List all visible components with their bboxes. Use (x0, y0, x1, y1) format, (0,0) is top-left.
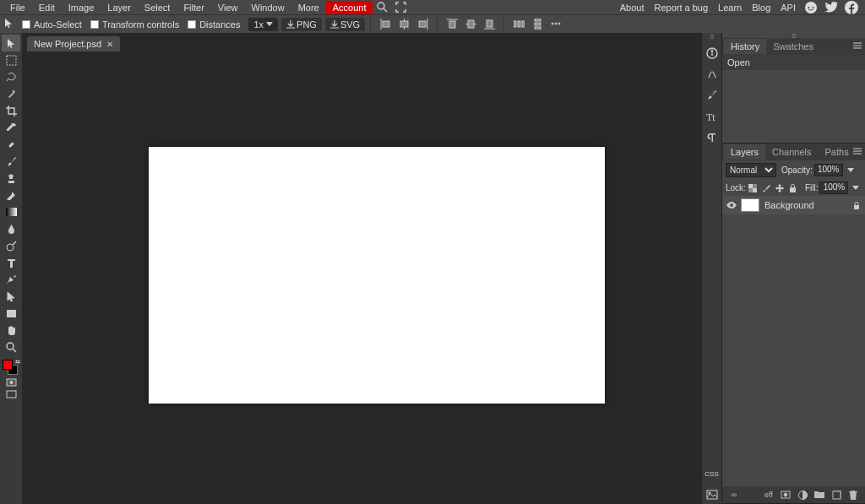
distances-checkbox[interactable]: Distances (188, 19, 240, 30)
layers-tab[interactable]: Layers (724, 144, 765, 160)
menu-account[interactable]: Account (326, 1, 373, 14)
blur-tool[interactable] (2, 220, 20, 237)
search-icon[interactable] (374, 1, 389, 14)
hand-tool[interactable] (2, 322, 20, 339)
pen-tool[interactable] (2, 271, 20, 288)
history-item-open[interactable]: Open (722, 55, 865, 70)
facebook-icon[interactable] (844, 0, 859, 15)
effects-link[interactable]: eff (762, 489, 775, 501)
fill-input[interactable]: 100% (819, 182, 848, 194)
swap-colors-icon[interactable]: ⇆ (15, 359, 20, 366)
dodge-tool[interactable] (2, 237, 20, 254)
menu-edit[interactable]: Edit (32, 1, 62, 14)
layer-locked-icon[interactable] (851, 200, 862, 210)
menu-window[interactable]: Window (245, 1, 291, 14)
link-about[interactable]: About (615, 1, 650, 14)
layer-name[interactable]: Background (764, 200, 814, 210)
clone-tool[interactable] (2, 170, 20, 187)
wand-tool[interactable] (2, 85, 20, 102)
more-align-icon[interactable] (548, 17, 563, 32)
brush-tool[interactable] (2, 153, 20, 170)
align-hcenter-button[interactable] (396, 17, 411, 32)
panel-menu-icon[interactable] (852, 41, 862, 51)
canvas[interactable] (149, 147, 605, 404)
quick-export-svg-button[interactable]: SVG (325, 18, 365, 31)
menu-view[interactable]: View (211, 1, 245, 14)
align-left-button[interactable] (378, 17, 393, 32)
layer-visibility-icon[interactable] (726, 199, 737, 211)
twitter-icon[interactable] (824, 0, 839, 15)
opacity-input[interactable]: 100% (814, 164, 843, 176)
history-tab[interactable]: History (724, 39, 766, 54)
distribute-h-button[interactable] (511, 17, 526, 32)
eraser-tool[interactable] (2, 187, 20, 203)
gradient-tool[interactable] (2, 203, 20, 220)
menu-filter[interactable]: Filter (177, 1, 210, 14)
eyedropper-tool[interactable] (2, 119, 20, 136)
fill-dropdown-icon[interactable] (852, 186, 859, 190)
new-folder-button[interactable] (813, 489, 826, 501)
delete-layer-button[interactable] (846, 489, 860, 501)
color-picker[interactable]: ⇆ (2, 359, 20, 376)
image-panel-icon[interactable] (703, 485, 721, 504)
align-vcenter-button[interactable] (463, 17, 478, 32)
link-learn[interactable]: Learn (713, 1, 747, 14)
type-tool[interactable] (2, 254, 20, 271)
layer-thumbnail[interactable] (741, 198, 759, 212)
quick-export-png-button[interactable]: PNG (281, 18, 322, 31)
link-bug[interactable]: Report a bug (649, 1, 713, 14)
marquee-tool[interactable] (2, 51, 20, 68)
pixel-ratio-dropdown[interactable]: 1x (248, 18, 278, 31)
align-right-button[interactable] (415, 17, 430, 32)
lock-pixels-button[interactable] (760, 182, 772, 194)
quick-mask-button[interactable] (2, 377, 20, 387)
character-panel-icon[interactable]: Tt (703, 107, 721, 126)
swatches-tab[interactable]: Swatches (766, 39, 820, 54)
adjustment-button[interactable] (796, 489, 809, 501)
brush-panel-icon[interactable] (703, 86, 721, 105)
menu-select[interactable]: Select (138, 1, 177, 14)
link-layers-icon[interactable]: ∞ (727, 489, 741, 501)
paragraph-panel-icon[interactable] (703, 128, 721, 147)
menu-image[interactable]: Image (62, 1, 101, 14)
blend-mode-select[interactable]: Normal (726, 163, 776, 177)
dock-grip-icon[interactable]: ⠿ (706, 35, 718, 40)
css-panel-button[interactable]: CSS (703, 464, 721, 483)
shape-tool[interactable] (2, 305, 20, 322)
menu-file[interactable]: File (3, 1, 32, 14)
add-mask-button[interactable] (779, 489, 792, 501)
panel-menu-icon[interactable] (852, 146, 862, 156)
info-panel-icon[interactable] (703, 44, 721, 62)
channels-tab[interactable]: Channels (765, 144, 818, 160)
distribute-v-button[interactable] (530, 17, 545, 32)
foreground-color-swatch[interactable] (3, 360, 13, 370)
align-bottom-button[interactable] (481, 17, 497, 32)
document-tab[interactable]: New Project.psd ✕ (27, 36, 120, 51)
align-top-button[interactable] (444, 17, 460, 32)
layer-row[interactable]: Background (722, 196, 865, 214)
lock-position-button[interactable] (774, 182, 786, 194)
move-tool[interactable] (2, 35, 20, 51)
workspace[interactable]: New Project.psd ✕ (22, 33, 701, 504)
heal-tool[interactable] (2, 136, 20, 153)
lasso-tool[interactable] (2, 68, 20, 85)
zoom-tool[interactable] (2, 339, 20, 355)
link-blog[interactable]: Blog (747, 1, 775, 14)
close-tab-icon[interactable]: ✕ (106, 40, 113, 49)
glyphs-panel-icon[interactable] (703, 65, 721, 84)
transform-controls-checkbox[interactable]: Transform controls (90, 19, 179, 30)
reddit-icon[interactable] (803, 0, 819, 15)
paths-tab[interactable]: Paths (819, 144, 856, 160)
menu-layer[interactable]: Layer (101, 1, 138, 14)
link-api[interactable]: API (775, 1, 801, 14)
opacity-dropdown-icon[interactable] (847, 168, 854, 172)
path-select-tool[interactable] (2, 288, 20, 305)
crop-tool[interactable] (2, 102, 20, 119)
menu-more[interactable]: More (291, 1, 326, 14)
new-layer-button[interactable] (830, 489, 843, 501)
screen-mode-button[interactable] (2, 389, 20, 399)
fullscreen-icon[interactable] (393, 1, 408, 14)
lock-transparency-button[interactable] (747, 182, 759, 194)
auto-select-checkbox[interactable]: Auto-Select (22, 19, 82, 30)
lock-all-button[interactable] (787, 182, 799, 194)
